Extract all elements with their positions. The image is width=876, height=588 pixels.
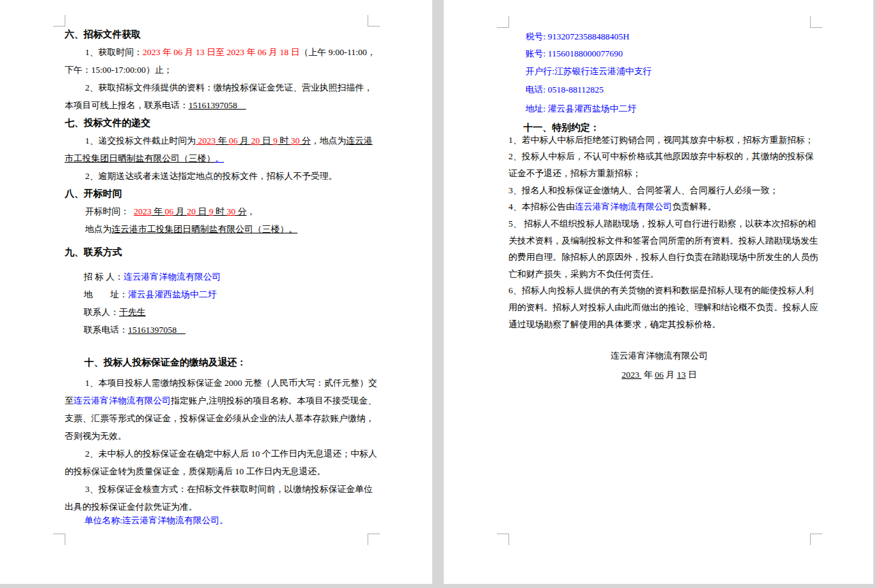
text-segment: 时 xyxy=(214,206,227,216)
text-segment: ，地点为 xyxy=(311,135,346,146)
text-segment: 3、投标保证金核查方式：在招标文件获取时间前，以缴纳投标保证金单位 xyxy=(85,484,373,494)
text-segment: 市工投集团日晒制盐有限公司（三楼） xyxy=(65,153,215,163)
text-segment: 出具的投标保证金付款凭证为准。 xyxy=(65,502,197,512)
text-segment: 本项目可线上报名，联系电话： xyxy=(65,100,189,110)
text-line: 支票、汇票等形式的保证金，投标保证金必须从企业的法人基本存款账户缴纳， xyxy=(65,410,372,427)
text-segment: 日 xyxy=(686,370,697,380)
text-segment: 连云港市工投集团日晒制盐有限公司（三楼）。 xyxy=(112,224,297,234)
text-segment: 六、招标文件获取 xyxy=(65,29,141,39)
text-segment: 2023 xyxy=(196,135,216,146)
text-segment: 日 xyxy=(196,206,210,216)
text-segment: 开户行:江苏银行连云港浦中支行 xyxy=(525,66,652,76)
text-segment: 证金不予退还，招标方重新招标； xyxy=(508,168,641,178)
text-boundary-mark-top-left-icon xyxy=(497,16,509,28)
text-segment: 年 xyxy=(152,206,165,216)
text-boundary-mark-bottom-left-icon xyxy=(497,534,509,545)
text-segment: 1、若中标人中标后拒绝签订购销合同，视同其放弃中标权，招标方重新招标； xyxy=(508,135,814,145)
text-line: 2、未中标人的投标保证金在确定中标人后 10 个工作日内无息退还；中标人 xyxy=(65,445,393,463)
document-canvas: 六、招标文件获取1、获取时间：2023 年 06 月 13 日至 2023 年 … xyxy=(0,0,876,588)
text-line: 5、 招标人不组织投标人踏勘现场，投标人可自行进行勘察，以获本次招标的相 xyxy=(508,215,810,233)
text-segment: 1、获取时间： xyxy=(85,47,143,57)
text-segment: 于先生 xyxy=(119,307,146,317)
text-line: 联系人：于先生 xyxy=(65,304,391,321)
text-segment: 1、本项目投标人需缴纳投标保证金 2000 元整（人民币大写：贰仟元整）交 xyxy=(85,378,377,388)
page-left-content: 六、招标文件获取1、获取时间：2023 年 06 月 13 日至 2023 年 … xyxy=(65,0,372,584)
text-segment: 的费用自理。除招标人的原因外，投标人自行负责在踏勘现场中所发生的人员伤 xyxy=(508,252,818,262)
text-line: 九、联系方式 xyxy=(65,244,372,261)
text-segment: 连云港宵洋物流有限公司 xyxy=(575,201,672,212)
text-segment: 4、本招标公告由 xyxy=(508,201,575,212)
text-line: 连云港宵洋物流有限公司 xyxy=(508,347,810,365)
text-segment: 2、逾期送达或者未送达指定地点的投标文件，招标人不予受理。 xyxy=(85,171,338,181)
text-segment: 15161397058 xyxy=(128,325,186,335)
text-line: 开标时间： 2023 年 06 月 20 日 9 时 30 分， xyxy=(65,203,393,220)
text-boundary-mark-bottom-left-icon xyxy=(53,534,65,545)
text-line: 的费用自理。除招标人的原因外，投标人自行负责在踏勘现场中所发生的人员伤 xyxy=(508,248,810,266)
text-line: 本项目可线上报名，联系电话：15161397058 xyxy=(65,97,372,114)
text-segment: 3、报名人和投标保证金缴纳人、合同签署人、合同履行人必须一致； xyxy=(508,185,779,195)
text-segment: 联系人： xyxy=(84,307,119,317)
text-segment: 分 xyxy=(299,135,310,146)
text-segment: 20 xyxy=(251,135,260,146)
text-line: 1、本项目投标人需缴纳投标保证金 2000 元整（人民币大写：贰仟元整）交 xyxy=(65,374,393,392)
text-line: 1、若中标人中标后拒绝签订购销合同，视同其放弃中标权，招标方重新招标； xyxy=(508,131,810,149)
text-segment: 时 xyxy=(278,135,291,146)
text-line: 1、获取时间：2023 年 06 月 13 日至 2023 年 06 月 18 … xyxy=(65,44,393,61)
text-line: 账号: 11560188000077690 xyxy=(508,45,827,63)
text-segment: 下午：15:00-17:00:00）止； xyxy=(65,65,172,75)
text-segment: 八、开标时间 xyxy=(65,189,122,199)
text-line: 地址: 灌云县灌西盐场中二圩 xyxy=(508,100,827,118)
text-line: 关技术资料，及编制投标文件和签署合同所需的所有资料。投标人踏勘现场发生 xyxy=(508,232,810,250)
text-line: 6、招标人向投标人提供的有关货物的资料和数据是招标人现有的能使投标人利 xyxy=(508,282,810,299)
text-segment: 2、未中标人的投标保证金在确定中标人后 10 个工作日内无息退还；中标人 xyxy=(85,448,377,459)
text-segment: 的投标保证金转为质量保证金，质保期满后 10 工作日内无息退还。 xyxy=(65,466,326,476)
text-segment: 20 xyxy=(187,206,196,216)
text-segment: 30 xyxy=(227,206,236,216)
text-segment: 连云港宵洋物流有限公司 xyxy=(124,272,221,282)
text-line: 2023 年 06 月 13 日 xyxy=(508,366,810,384)
text-line: 3、投标保证金核查方式：在招标文件获取时间前，以缴纳投标保证金单位 xyxy=(65,480,393,498)
page-left: 六、招标文件获取1、获取时间：2023 年 06 月 13 日至 2023 年 … xyxy=(0,0,432,584)
text-line: 招 标 人：连云港宵洋物流有限公司 xyxy=(65,268,391,286)
text-segment: 13 xyxy=(677,370,686,380)
text-segment: 指定账户,注明投标的项目名称。本项目不接受现金、 xyxy=(171,395,376,406)
text-segment: 月 xyxy=(238,135,251,146)
text-line: 下午：15:00-17:00:00）止； xyxy=(65,61,372,79)
text-segment: 15161397058 xyxy=(189,100,246,110)
text-segment: 连云港宵洋物流有限公司 xyxy=(611,350,708,361)
text-line: 2、逾期送达或者未送达指定地点的投标文件，招标人不予受理。 xyxy=(65,167,393,185)
text-segment: 分 xyxy=(236,206,246,216)
text-line: 2、投标人中标后，不认可中标价格或其他原因放弃中标权的，其缴纳的投标保 xyxy=(508,148,810,165)
text-segment: 2023 xyxy=(621,370,641,380)
text-segment: 联系电话： xyxy=(84,325,128,335)
text-line: 六、招标文件获取 xyxy=(65,26,372,44)
text-segment: 至 xyxy=(65,395,74,406)
text-segment: 30 xyxy=(291,135,299,146)
text-line: 4、本招标公告由连云港宵洋物流有限公司负责解释。 xyxy=(508,198,810,216)
text-line: 十、投标人投标保证金的缴纳及退还： xyxy=(65,354,392,372)
text-segment: 月 xyxy=(664,370,677,380)
page-right-content: 税号: 91320723588488405H账号: 11560188000077… xyxy=(508,0,810,584)
text-line: 地 址：灌云县灌西盐场中二圩 xyxy=(65,286,391,304)
text-line: 否则视为无效。 xyxy=(65,427,372,445)
text-line: 联系电话：15161397058 xyxy=(65,321,391,339)
text-segment: ， xyxy=(246,206,255,216)
text-segment: 连云港宵洋物流有限公司 xyxy=(74,395,171,406)
text-segment: 1、递交投标文件截止时间为 xyxy=(85,135,196,146)
text-segment: 十、投标人投标保证金的缴纳及退还： xyxy=(84,357,246,368)
text-segment: 2023 xyxy=(134,206,152,216)
text-line: 八、开标时间 xyxy=(65,185,372,203)
text-segment: 地点为 xyxy=(85,224,112,234)
text-segment: 九、联系方式 xyxy=(65,247,122,257)
text-segment: 6、招标人向投标人提供的有关货物的资料和数据是招标人现有的能使投标人利 xyxy=(508,285,814,295)
text-line: 至连云港宵洋物流有限公司指定账户,注明投标的项目名称。本项目不接受现金、 xyxy=(65,392,372,410)
text-boundary-mark-top-right-icon xyxy=(810,16,822,28)
text-segment: 招 标 人： xyxy=(84,272,124,282)
text-segment: 日 xyxy=(260,135,274,146)
text-boundary-mark-top-left-icon xyxy=(53,15,65,27)
text-segment: 否则视为无效。 xyxy=(65,431,127,441)
text-line: 证金不予退还，招标方重新招标； xyxy=(508,165,810,182)
text-segment: 灌云县灌西盐场中二圩 xyxy=(128,289,216,299)
text-line: 地点为连云港市工投集团日晒制盐有限公司（三楼）。 xyxy=(65,220,393,238)
text-line: 通过现场勘察了解使用的具体要求，确定其投标价格。 xyxy=(508,316,810,333)
